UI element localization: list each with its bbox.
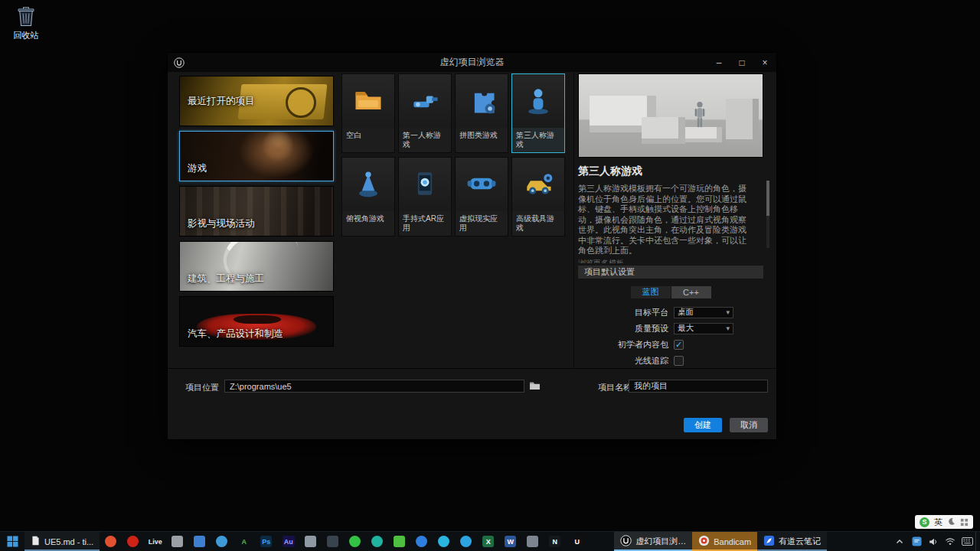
live-app-icon[interactable]: Live bbox=[144, 532, 166, 551]
category-label: 汽车、产品设计和制造 bbox=[188, 328, 283, 341]
template-card-4[interactable]: 俯视角游戏 bbox=[341, 157, 395, 236]
clipped-text-line: 浏览更多模板 bbox=[578, 258, 763, 263]
template-card-2[interactable]: 拼图类游戏 bbox=[455, 73, 508, 153]
word-icon[interactable]: W bbox=[499, 532, 521, 551]
ime-language-indicator[interactable]: 英 bbox=[934, 517, 942, 528]
task-unreal-project-browser[interactable]: 虚幻项目浏览... bbox=[614, 532, 692, 551]
template-card-5[interactable]: 手持式AR应用 bbox=[398, 157, 452, 236]
photoshop-icon[interactable]: Ps bbox=[255, 532, 277, 551]
wechat-icon bbox=[349, 536, 361, 547]
ime-toolbox-icon[interactable] bbox=[960, 518, 969, 527]
ime-logo-icon[interactable]: S bbox=[920, 517, 929, 527]
chat-tray-icon[interactable] bbox=[908, 532, 925, 551]
template-card-3[interactable]: 第三人称游戏 bbox=[511, 73, 565, 153]
project-name-label: 项目名称 bbox=[598, 382, 632, 393]
template-detail-panel: 第三人称游戏 第三人称游戏模板拥有一个可游玩的角色，摄像机位于角色身后偏上的位置… bbox=[578, 73, 769, 368]
category-label: 影视与现场活动 bbox=[188, 217, 255, 230]
cyan-circle-app-icon[interactable] bbox=[433, 532, 455, 551]
green-square-app-icon[interactable] bbox=[388, 532, 410, 551]
cpp-button[interactable]: C++ bbox=[671, 286, 711, 298]
hidden-icons-chevron[interactable] bbox=[891, 532, 908, 551]
blueprint-button[interactable]: 蓝图 bbox=[631, 286, 671, 298]
description-scrollbar[interactable] bbox=[766, 181, 769, 248]
maximize-button[interactable]: □ bbox=[730, 53, 753, 72]
notion-icon[interactable]: N bbox=[544, 532, 566, 551]
red-circle-app-icon[interactable] bbox=[122, 532, 144, 551]
template-label: 空白 bbox=[342, 128, 394, 140]
category-item-0[interactable]: 最近打开的项目 bbox=[179, 76, 334, 126]
blue-round-app-icon[interactable] bbox=[410, 532, 433, 551]
green-square-app-icon bbox=[394, 536, 405, 547]
quality-preset-dropdown[interactable]: 最大 ▾ bbox=[674, 323, 733, 334]
close-button[interactable]: × bbox=[753, 53, 776, 72]
recycle-bin[interactable]: 回收站 bbox=[8, 5, 44, 41]
puzzle-icon bbox=[465, 83, 498, 119]
raytracing-label: 光线追踪 bbox=[578, 355, 668, 367]
task-youdao-note[interactable]: 有道云笔记 bbox=[757, 532, 827, 551]
system-tray bbox=[891, 532, 980, 551]
audition-icon[interactable]: Au bbox=[277, 532, 299, 551]
recycle-bin-icon bbox=[16, 20, 36, 29]
teal-circle-app-icon[interactable] bbox=[366, 532, 388, 551]
project-browser-window: 虚幻项目浏览器 – □ × 最近打开的项目游戏影视与现场活动建筑、工程与施工汽车… bbox=[167, 52, 777, 440]
wechat-icon[interactable] bbox=[344, 532, 366, 551]
handheld-ar-icon bbox=[408, 167, 442, 202]
excel-icon[interactable]: X bbox=[477, 532, 499, 551]
taskbar: UE5.md - ti... LiveAPsAuXWNU 虚幻项目浏览...Ba… bbox=[0, 531, 980, 551]
category-item-2[interactable]: 影视与现场活动 bbox=[179, 186, 334, 236]
project-location-input[interactable] bbox=[224, 380, 524, 393]
ime-toolbar[interactable]: S 英 bbox=[915, 515, 973, 529]
task-ue5-md[interactable]: UE5.md - ti... bbox=[24, 532, 100, 551]
telegram-icon[interactable] bbox=[455, 532, 477, 551]
ime-keyboard-icon[interactable] bbox=[959, 532, 975, 551]
category-item-4[interactable]: 汽车、产品设计和制造 bbox=[179, 296, 334, 347]
minimize-button[interactable]: – bbox=[707, 53, 730, 72]
browser-icon[interactable] bbox=[100, 532, 122, 551]
show-desktop-button[interactable] bbox=[975, 532, 980, 551]
blue-square-app-icon[interactable] bbox=[188, 532, 211, 551]
unreal-project-browser-icon bbox=[620, 535, 632, 548]
blank-folder-icon bbox=[351, 83, 385, 119]
template-card-0[interactable]: 空白 bbox=[341, 73, 395, 153]
panel-divider bbox=[573, 72, 574, 368]
document-icon bbox=[31, 536, 41, 547]
photos-app-icon[interactable] bbox=[299, 532, 322, 551]
template-card-1[interactable]: 第一人称游戏 bbox=[398, 73, 452, 153]
project-name-input[interactable] bbox=[629, 380, 768, 393]
raytracing-checkbox[interactable] bbox=[674, 356, 684, 366]
grey-window-app-icon[interactable] bbox=[521, 532, 544, 551]
starter-content-checkbox[interactable]: ✓ bbox=[674, 340, 684, 350]
template-card-6[interactable]: 虚拟现实应用 bbox=[455, 157, 508, 236]
mannequin-figure-icon bbox=[693, 101, 707, 133]
camera-app-icon bbox=[172, 536, 183, 547]
volume-icon[interactable] bbox=[925, 532, 942, 551]
template-card-7[interactable]: 高级载具游戏 bbox=[511, 157, 565, 236]
blue-circle-app-icon[interactable] bbox=[211, 532, 233, 551]
network-icon[interactable] bbox=[942, 532, 959, 551]
create-button[interactable]: 创建 bbox=[684, 418, 722, 432]
titlebar[interactable]: 虚幻项目浏览器 – □ × bbox=[168, 53, 776, 72]
green-a-app-icon[interactable]: A bbox=[233, 532, 255, 551]
dark-tool-app-icon[interactable] bbox=[322, 532, 344, 551]
photoshop-icon: Ps bbox=[260, 536, 272, 547]
browse-folder-button[interactable] bbox=[529, 381, 541, 392]
moon-icon[interactable] bbox=[947, 517, 956, 527]
camera-app-icon[interactable] bbox=[166, 532, 188, 551]
category-item-1[interactable]: 游戏 bbox=[179, 131, 334, 181]
top-down-icon bbox=[351, 167, 385, 202]
cancel-button[interactable]: 取消 bbox=[730, 418, 768, 432]
taskbar-pinned: LiveAPsAuXWNU bbox=[100, 532, 588, 551]
dark-tool-app-icon bbox=[327, 536, 338, 547]
template-grid: 空白第一人称游戏拼图类游戏第三人称游戏俯视角游戏手持式AR应用虚拟现实应用高级载… bbox=[341, 73, 571, 236]
target-platform-dropdown[interactable]: 桌面 ▾ bbox=[674, 307, 733, 318]
template-description: 第三人称游戏模板拥有一个可游玩的角色，摄像机位于角色身后偏上的位置。您可以通过鼠… bbox=[578, 184, 754, 256]
start-button[interactable] bbox=[0, 532, 24, 551]
category-label: 最近打开的项目 bbox=[188, 95, 255, 108]
scrollbar-thumb[interactable] bbox=[766, 181, 769, 216]
teal-circle-app-icon bbox=[371, 536, 383, 547]
unreal-pinned-icon[interactable]: U bbox=[566, 532, 588, 551]
template-label: 高级载具游戏 bbox=[512, 211, 564, 233]
category-item-3[interactable]: 建筑、工程与施工 bbox=[179, 241, 334, 292]
bandicam-icon bbox=[698, 535, 710, 548]
task-bandicam[interactable]: Bandicam bbox=[692, 532, 757, 551]
